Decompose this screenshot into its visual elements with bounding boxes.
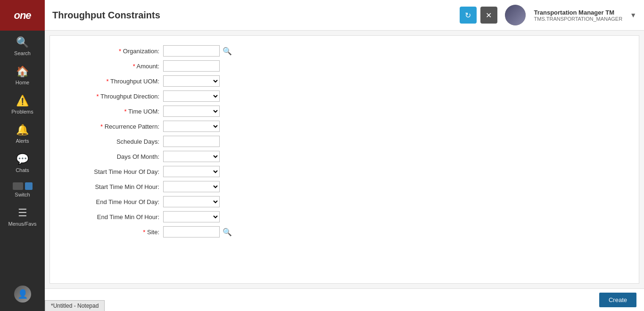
sidebar-item-label: Problems xyxy=(11,109,33,115)
form-row-time-uom: * Time UOM: xyxy=(59,106,629,117)
home-icon: 🏠 xyxy=(16,65,29,78)
site-input[interactable] xyxy=(163,226,220,237)
header-actions: ↻ ✕ Transportation Manager TM TMS.TRANSP… xyxy=(460,5,637,25)
sidebar-item-user-avatar[interactable]: 👤 xyxy=(0,280,45,306)
avatar-image xyxy=(505,5,526,25)
app-logo[interactable]: one xyxy=(0,0,45,31)
throughput-uom-select[interactable] xyxy=(163,75,220,87)
throughput-uom-label: * Throughput UOM: xyxy=(59,78,163,85)
problems-icon: ⚠️ xyxy=(16,95,29,107)
end-time-hour-label: End Time Hour Of Day: xyxy=(59,198,163,205)
form-row-throughput-uom: * Throughput UOM: xyxy=(59,75,629,87)
organization-search-button[interactable]: 🔍 xyxy=(222,47,233,56)
schedule-days-input[interactable] xyxy=(163,136,220,147)
organization-label: * Organization: xyxy=(59,48,163,55)
refresh-button[interactable]: ↻ xyxy=(460,7,477,24)
site-label: * Site: xyxy=(59,229,163,236)
start-time-hour-select[interactable] xyxy=(163,166,220,177)
notepad-label: *Untitled - Notepad xyxy=(51,303,99,309)
sidebar-item-menus[interactable]: ☰ Menus/Favs xyxy=(0,201,45,230)
throughput-direction-label: * Throughput Direction: xyxy=(59,93,163,100)
sidebar-item-label: Search xyxy=(14,50,31,56)
end-time-hour-select[interactable] xyxy=(163,196,220,207)
days-of-month-select[interactable] xyxy=(163,151,220,162)
sidebar-item-label: Alerts xyxy=(16,138,29,144)
chats-icon: 💬 xyxy=(16,153,29,165)
organization-input[interactable] xyxy=(163,45,220,57)
form-row-start-time-hour: Start Time Hour Of Day: xyxy=(59,166,629,177)
schedule-days-label: Schedule Days: xyxy=(59,138,163,145)
recurrence-pattern-label: * Recurrence Pattern: xyxy=(59,123,163,130)
page-title: Throughput Constraints xyxy=(52,10,460,21)
form-row-schedule-days: Schedule Days: xyxy=(59,136,629,147)
form-row-recurrence-pattern: * Recurrence Pattern: xyxy=(59,121,629,132)
menus-icon: ☰ xyxy=(18,207,27,219)
start-time-min-label: Start Time Min Of Hour: xyxy=(59,183,163,190)
end-time-min-label: End Time Min Of Hour: xyxy=(59,213,163,221)
time-uom-label: * Time UOM: xyxy=(59,108,163,115)
form-row-end-time-min: End Time Min Of Hour: xyxy=(59,211,629,222)
form-row-start-time-min: Start Time Min Of Hour: xyxy=(59,181,629,192)
sidebar-item-label: Switch xyxy=(15,192,30,197)
user-info: Transportation Manager TM TMS.TRANSPORTA… xyxy=(534,9,623,22)
main-area: Throughput Constraints ↻ ✕ Transportatio… xyxy=(45,0,644,311)
recurrence-pattern-select[interactable] xyxy=(163,121,220,132)
form-row-end-time-hour: End Time Hour Of Day: xyxy=(59,196,629,207)
amount-label: * Amount: xyxy=(59,63,163,70)
end-time-min-select[interactable] xyxy=(163,211,220,222)
throughput-direction-select[interactable] xyxy=(163,90,220,102)
start-time-min-select[interactable] xyxy=(163,181,220,192)
sidebar-item-alerts[interactable]: 🔔 Alerts xyxy=(0,118,45,147)
sidebar-item-switch[interactable]: Switch xyxy=(0,177,45,201)
sidebar-item-search[interactable]: 🔍 Search xyxy=(0,31,45,60)
form-row-organization: * Organization: 🔍 xyxy=(59,45,629,57)
sidebar-item-label: Menus/Favs xyxy=(8,221,37,227)
start-time-hour-label: Start Time Hour Of Day: xyxy=(59,168,163,175)
sidebar-item-chats[interactable]: 💬 Chats xyxy=(0,147,45,177)
sidebar-item-label: Home xyxy=(16,80,29,85)
chevron-down-icon[interactable]: ▼ xyxy=(630,11,636,19)
content-area: * Organization: 🔍 * Amount: * Throughput… xyxy=(45,31,644,311)
header: Throughput Constraints ↻ ✕ Transportatio… xyxy=(45,0,644,31)
sidebar-item-home[interactable]: 🏠 Home xyxy=(0,60,45,89)
form-row-days-of-month: Days Of Month: xyxy=(59,151,629,162)
form-row-amount: * Amount: xyxy=(59,60,629,72)
sidebar: one 🔍 Search 🏠 Home ⚠️ Problems 🔔 Alerts… xyxy=(0,0,45,311)
bottom-avatar-icon: 👤 xyxy=(14,286,31,303)
form-body: * Organization: 🔍 * Amount: * Throughput… xyxy=(50,36,639,251)
notepad-bar[interactable]: *Untitled - Notepad xyxy=(45,300,105,311)
logo-text: one xyxy=(14,9,31,22)
close-button[interactable]: ✕ xyxy=(480,7,497,24)
form-row-throughput-direction: * Throughput Direction: xyxy=(59,90,629,102)
user-name: Transportation Manager TM xyxy=(534,9,623,16)
avatar xyxy=(505,5,526,25)
user-role: TMS.TRANSPORTATION_MANAGER xyxy=(534,16,623,22)
sidebar-item-label: Chats xyxy=(16,167,29,173)
search-icon: 🔍 xyxy=(16,36,29,49)
alerts-icon: 🔔 xyxy=(16,124,29,136)
create-button[interactable]: Create xyxy=(599,293,636,307)
days-of-month-label: Days Of Month: xyxy=(59,153,163,160)
form-row-site: * Site: 🔍 xyxy=(59,226,629,237)
amount-input[interactable] xyxy=(163,60,220,72)
time-uom-select[interactable] xyxy=(163,106,220,117)
switch-icon xyxy=(13,182,33,190)
site-search-button[interactable]: 🔍 xyxy=(222,228,233,237)
bottom-bar: Create xyxy=(45,288,644,311)
form-panel: * Organization: 🔍 * Amount: * Throughput… xyxy=(50,35,639,284)
sidebar-item-problems[interactable]: ⚠️ Problems xyxy=(0,89,45,118)
